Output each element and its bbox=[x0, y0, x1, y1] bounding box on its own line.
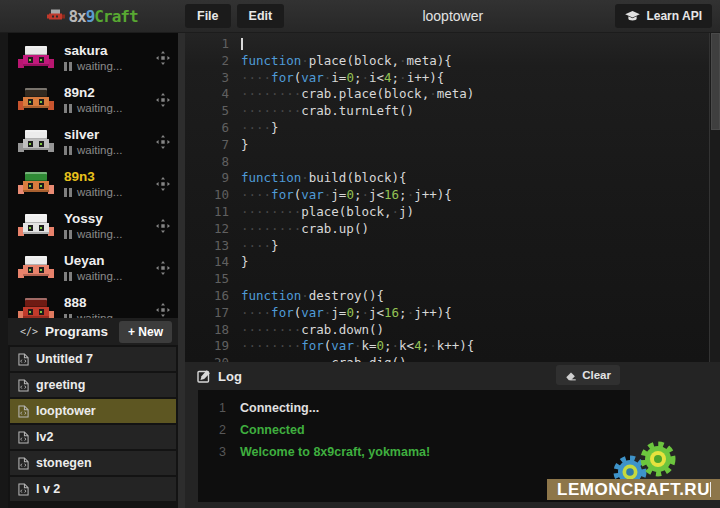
line-number: 11 bbox=[185, 204, 241, 221]
code-line[interactable]: 16 function·destroy(){ bbox=[185, 288, 720, 305]
program-row[interactable]: greeting bbox=[10, 373, 176, 397]
code-line[interactable]: 10 ····for(var·j=0;·j<16;·j++){ bbox=[185, 187, 720, 204]
pause-icon bbox=[64, 146, 72, 155]
app-window: 8x9Craft File Edit looptower Learn API s… bbox=[0, 0, 720, 508]
code-lines: 1 2 function·place(block,·meta){ 3 ····f… bbox=[185, 33, 720, 362]
line-number: 10 bbox=[185, 187, 241, 204]
program-row[interactable]: stonegen bbox=[10, 451, 176, 475]
line-number: 9 bbox=[185, 170, 241, 187]
move-icon[interactable] bbox=[156, 261, 170, 275]
line-code: function·destroy(){ bbox=[241, 288, 720, 305]
line-code: ····for(var·j=0;·j<16;·j++){ bbox=[241, 187, 720, 204]
clear-log-button[interactable]: Clear bbox=[556, 365, 620, 385]
move-icon[interactable] bbox=[156, 93, 170, 107]
player-status-row: waiting... bbox=[64, 186, 156, 199]
code-line[interactable]: 8 bbox=[185, 154, 720, 171]
player-row[interactable]: silver waiting... bbox=[8, 121, 178, 163]
program-name: stonegen bbox=[36, 456, 92, 470]
program-row[interactable]: lv2 bbox=[10, 425, 176, 449]
player-info: 89n3 waiting... bbox=[64, 169, 156, 200]
line-code: } bbox=[241, 254, 720, 271]
log-row: 1 Connecting... bbox=[198, 397, 630, 419]
scrollbar-thumb[interactable] bbox=[711, 33, 720, 130]
move-icon[interactable] bbox=[156, 303, 170, 317]
player-row[interactable]: 888 waiting... bbox=[8, 289, 178, 318]
code-line[interactable]: 5 ········crab.turnLeft() bbox=[185, 103, 720, 120]
code-line[interactable]: 9 function·build(block){ bbox=[185, 170, 720, 187]
move-icon[interactable] bbox=[156, 51, 170, 65]
line-code: ····for(var·j=0;·j<16;·j++){ bbox=[241, 305, 720, 322]
program-row[interactable]: l v 2 bbox=[10, 477, 176, 501]
player-name: 89n3 bbox=[64, 169, 156, 185]
editor-scrollbar[interactable] bbox=[709, 33, 720, 362]
move-icon[interactable] bbox=[156, 177, 170, 191]
player-avatar bbox=[18, 171, 54, 198]
code-line[interactable]: 1 bbox=[185, 36, 720, 53]
player-status: waiting... bbox=[77, 228, 122, 241]
learn-api-label: Learn API bbox=[646, 9, 702, 23]
line-code bbox=[241, 271, 720, 288]
line-number: 1 bbox=[185, 36, 241, 53]
edit-menu-button[interactable]: Edit bbox=[237, 4, 285, 28]
line-number: 5 bbox=[185, 103, 241, 120]
player-avatar bbox=[18, 87, 54, 114]
pause-icon bbox=[64, 104, 72, 113]
player-status-row: waiting... bbox=[64, 270, 156, 283]
program-list: Untitled 7 greeting looptower lv2 stoneg… bbox=[8, 347, 178, 501]
code-line[interactable]: 7 } bbox=[185, 137, 720, 154]
code-line[interactable]: 14 } bbox=[185, 254, 720, 271]
watermark-caret bbox=[710, 482, 711, 497]
code-line[interactable]: 17 ····for(var·j=0;·j<16;·j++){ bbox=[185, 305, 720, 322]
move-icon[interactable] bbox=[156, 219, 170, 233]
code-line[interactable]: 19 ········for(var·k=0;·k<4;·k++){ bbox=[185, 338, 720, 355]
log-line-number: 3 bbox=[198, 441, 240, 463]
program-row[interactable]: looptower bbox=[10, 399, 176, 423]
player-avatar bbox=[18, 255, 54, 282]
player-name: silver bbox=[64, 127, 156, 143]
log-header: Log Clear bbox=[185, 362, 720, 390]
line-number: 19 bbox=[185, 338, 241, 355]
player-avatar bbox=[18, 213, 54, 240]
player-row[interactable]: Ueyan waiting... bbox=[8, 247, 178, 289]
code-line[interactable]: 18 ········crab.down() bbox=[185, 322, 720, 339]
code-line[interactable]: 3 ····for(var·i=0;·i<4;·i++){ bbox=[185, 70, 720, 87]
new-program-button[interactable]: + New bbox=[119, 321, 172, 343]
player-row[interactable]: 89n2 waiting... bbox=[8, 79, 178, 121]
log-line-number: 1 bbox=[198, 397, 240, 419]
pause-icon bbox=[64, 188, 72, 197]
line-number: 17 bbox=[185, 305, 241, 322]
player-info: silver waiting... bbox=[64, 127, 156, 158]
player-status-row: waiting... bbox=[64, 102, 156, 115]
code-line[interactable]: 12 ········crab.up() bbox=[185, 221, 720, 238]
file-code-icon bbox=[18, 457, 29, 470]
program-name: greeting bbox=[36, 378, 85, 392]
graduation-cap-icon bbox=[625, 11, 640, 22]
line-number: 16 bbox=[185, 288, 241, 305]
line-number: 14 bbox=[185, 254, 241, 271]
player-row[interactable]: sakura waiting... bbox=[8, 37, 178, 79]
player-status: waiting... bbox=[77, 186, 122, 199]
code-line[interactable]: 4 ········crab.place(block,·meta) bbox=[185, 86, 720, 103]
app-logo: 8x9Craft bbox=[0, 7, 185, 26]
player-row[interactable]: 89n3 waiting... bbox=[8, 163, 178, 205]
file-code-icon bbox=[18, 483, 29, 496]
file-menu-button[interactable]: File bbox=[185, 4, 231, 28]
code-line[interactable]: 20 ············crab.dig() bbox=[185, 355, 720, 362]
code-line[interactable]: 15 bbox=[185, 271, 720, 288]
program-row[interactable]: Untitled 7 bbox=[10, 347, 176, 371]
move-icon[interactable] bbox=[156, 135, 170, 149]
code-line[interactable]: 2 function·place(block,·meta){ bbox=[185, 53, 720, 70]
log-line-number: 2 bbox=[198, 419, 240, 441]
line-code: ····for(var·i=0;·i<4;·i++){ bbox=[241, 70, 720, 87]
player-status-row: waiting... bbox=[64, 60, 156, 73]
player-row[interactable]: Yossy waiting... bbox=[8, 205, 178, 247]
code-line[interactable]: 11 ········place(block,·j) bbox=[185, 204, 720, 221]
pause-icon bbox=[64, 62, 72, 71]
program-name: l v 2 bbox=[36, 482, 60, 496]
code-line[interactable]: 6 ····} bbox=[185, 120, 720, 137]
code-line[interactable]: 13 ····} bbox=[185, 238, 720, 255]
code-editor[interactable]: 1 2 function·place(block,·meta){ 3 ····f… bbox=[185, 33, 720, 362]
pause-icon bbox=[64, 230, 72, 239]
learn-api-button[interactable]: Learn API bbox=[615, 4, 712, 28]
file-code-icon bbox=[18, 379, 29, 392]
